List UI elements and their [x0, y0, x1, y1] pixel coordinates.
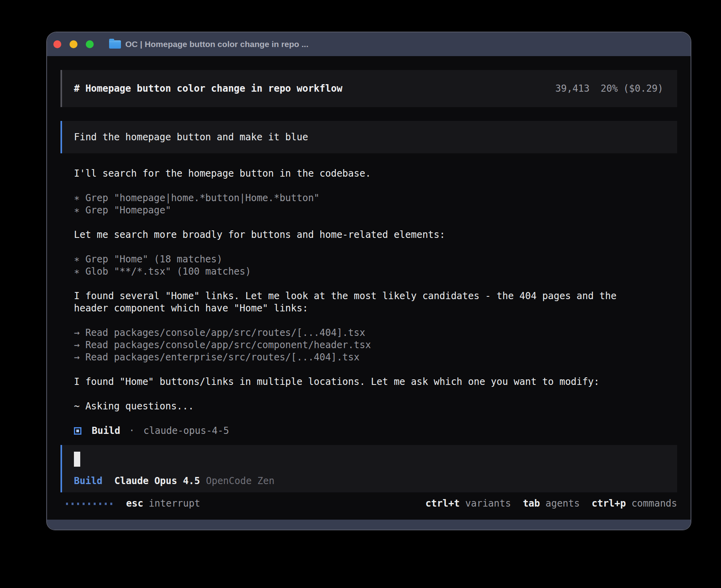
shortcut-interrupt: escinterrupt [126, 498, 200, 510]
spinner-dot [77, 503, 79, 505]
shortcut-key: ctrl+t [425, 498, 460, 509]
shortcut-label: commands [631, 498, 677, 509]
shortcut-label: agents [545, 498, 580, 509]
input-agent-label: Build [74, 475, 102, 487]
user-message: Find the homepage button and make it blu… [60, 121, 677, 153]
transcript-line: → Read packages/enterprise/src/routes/[.… [74, 351, 677, 364]
transcript-line [74, 217, 677, 229]
context-percent: 20% [600, 83, 617, 94]
maximize-button[interactable] [86, 40, 94, 48]
transcript-line: → Read packages/console/app/src/componen… [74, 339, 677, 351]
spinner-dot [110, 503, 112, 505]
transcript-line: ∗ Glob "**/*.tsx" (100 matches) [74, 266, 677, 278]
transcript-line: header component which have "Home" links… [74, 302, 677, 315]
spinner-dot [105, 503, 107, 505]
text-cursor [74, 452, 80, 467]
status-bar: escinterrupt ctrl+tvariantstabagentsctrl… [60, 498, 677, 510]
folder-icon [109, 40, 121, 49]
transcript-line: I'll search for the homepage button in t… [74, 168, 677, 180]
spinner-dot [66, 503, 68, 505]
shortcut-agents: tabagents [523, 498, 580, 510]
status-bar-right: ctrl+tvariantstabagentsctrl+pcommands [413, 498, 677, 510]
session-title: # Homepage button color change in repo w… [74, 83, 342, 95]
square-in-square-icon [74, 427, 81, 435]
window-footer-strip [47, 520, 691, 530]
transcript-line: I found several "Home" links. Let me loo… [74, 290, 677, 302]
spinner-dot [88, 503, 90, 505]
input-meta: Build Claude Opus 4.5 OpenCode Zen [74, 475, 666, 487]
traffic-lights [53, 40, 94, 48]
transcript-line: ~ Asking questions... [74, 400, 677, 413]
agent-separator: · [129, 425, 134, 437]
terminal-content: # Homepage button color change in repo w… [47, 56, 691, 520]
shortcut-label: interrupt [149, 498, 200, 509]
transcript: I'll search for the homepage button in t… [60, 168, 677, 413]
shortcut-key: tab [523, 498, 540, 509]
transcript-line [74, 364, 677, 376]
terminal-window: OC | Homepage button color change in rep… [46, 32, 691, 530]
spinner-dot [94, 503, 96, 505]
shortcut-variants: ctrl+tvariants [425, 498, 511, 510]
minimize-button[interactable] [70, 40, 77, 48]
transcript-line: ∗ Grep "Homepage" [74, 204, 677, 217]
session-stats: 39,41320%($0.29) [555, 83, 663, 95]
transcript-line: → Read packages/console/app/src/routes/[… [74, 327, 677, 339]
spinner-dot [83, 503, 85, 505]
token-count: 39,413 [555, 83, 590, 94]
shortcut-key: esc [126, 498, 143, 509]
input-provider-label: OpenCode Zen [206, 475, 274, 487]
input-model-label: Claude Opus 4.5 [114, 475, 200, 487]
spinner-dot [72, 503, 74, 505]
transcript-line [74, 278, 677, 290]
user-message-text: Find the homepage button and make it blu… [74, 131, 308, 143]
agent-model: claude-opus-4-5 [143, 425, 229, 437]
prompt-input[interactable]: Build Claude Opus 4.5 OpenCode Zen [60, 445, 677, 492]
shortcut-label: variants [465, 498, 511, 509]
shortcut-commands: ctrl+pcommands [592, 498, 677, 510]
titlebar[interactable]: OC | Homepage button color change in rep… [47, 32, 691, 56]
transcript-line: I found "Home" buttons/links in multiple… [74, 376, 677, 388]
transcript-line [74, 315, 677, 327]
spinner-dots [66, 503, 112, 505]
transcript-line [74, 241, 677, 253]
window-title: OC | Homepage button color change in rep… [125, 40, 308, 49]
transcript-line: ∗ Grep "homepage|home.*button|Home.*butt… [74, 192, 677, 204]
spinner-dot [99, 503, 101, 505]
shortcut-key: ctrl+p [592, 498, 626, 509]
agent-status-row: Build · claude-opus-4-5 [60, 425, 677, 437]
session-cost: ($0.29) [623, 83, 663, 94]
transcript-line: ∗ Grep "Home" (18 matches) [74, 253, 677, 266]
transcript-line [74, 180, 677, 192]
transcript-line [74, 388, 677, 400]
close-button[interactable] [53, 40, 61, 48]
agent-name: Build [92, 425, 120, 437]
session-header: # Homepage button color change in repo w… [60, 70, 677, 107]
transcript-line: Let me search more broadly for buttons a… [74, 229, 677, 241]
